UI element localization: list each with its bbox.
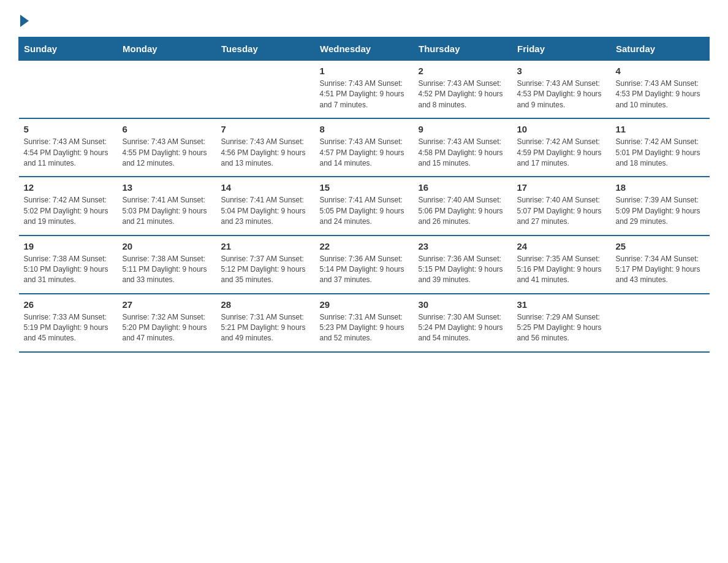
day-number: 21 [221,241,310,251]
day-info: Sunrise: 7:42 AM Sunset: 5:02 PM Dayligh… [24,195,113,227]
day-number: 12 [24,182,113,193]
calendar-cell [611,294,710,352]
day-number: 3 [517,66,606,76]
calendar-cell: 11Sunrise: 7:42 AM Sunset: 5:01 PM Dayli… [611,118,710,177]
calendar-week-row: 26Sunrise: 7:33 AM Sunset: 5:19 PM Dayli… [19,294,710,352]
page-header [18,12,710,25]
day-info: Sunrise: 7:43 AM Sunset: 4:54 PM Dayligh… [24,137,113,169]
weekday-header-friday: Friday [512,37,611,61]
day-info: Sunrise: 7:43 AM Sunset: 4:57 PM Dayligh… [320,137,409,169]
day-info: Sunrise: 7:43 AM Sunset: 4:52 PM Dayligh… [419,79,507,110]
calendar-cell: 19Sunrise: 7:38 AM Sunset: 5:10 PM Dayli… [19,236,118,294]
calendar-cell: 24Sunrise: 7:35 AM Sunset: 5:16 PM Dayli… [512,236,611,294]
day-number: 26 [24,299,113,310]
day-number: 1 [320,66,409,76]
calendar-week-row: 19Sunrise: 7:38 AM Sunset: 5:10 PM Dayli… [19,236,710,294]
day-info: Sunrise: 7:43 AM Sunset: 4:56 PM Dayligh… [221,137,310,169]
calendar-header: SundayMondayTuesdayWednesdayThursdayFrid… [19,37,710,61]
calendar-cell: 1Sunrise: 7:43 AM Sunset: 4:51 PM Daylig… [315,61,414,119]
day-number: 19 [24,241,113,251]
calendar-cell: 29Sunrise: 7:31 AM Sunset: 5:23 PM Dayli… [315,294,414,352]
day-info: Sunrise: 7:31 AM Sunset: 5:21 PM Dayligh… [221,312,310,344]
day-number: 16 [419,182,507,193]
day-number: 31 [517,299,606,310]
calendar-cell: 15Sunrise: 7:41 AM Sunset: 5:05 PM Dayli… [315,177,414,235]
day-number: 27 [123,299,211,310]
calendar-cell: 12Sunrise: 7:42 AM Sunset: 5:02 PM Dayli… [19,177,118,235]
day-info: Sunrise: 7:40 AM Sunset: 5:06 PM Dayligh… [419,195,507,227]
calendar-cell: 28Sunrise: 7:31 AM Sunset: 5:21 PM Dayli… [216,294,315,352]
day-info: Sunrise: 7:37 AM Sunset: 5:12 PM Dayligh… [221,254,310,286]
calendar-week-row: 12Sunrise: 7:42 AM Sunset: 5:02 PM Dayli… [19,177,710,235]
day-number: 7 [221,124,310,134]
day-number: 13 [123,182,211,193]
day-number: 18 [616,182,705,193]
calendar-cell: 17Sunrise: 7:40 AM Sunset: 5:07 PM Dayli… [512,177,611,235]
weekday-header-row: SundayMondayTuesdayWednesdayThursdayFrid… [19,37,710,61]
day-info: Sunrise: 7:33 AM Sunset: 5:19 PM Dayligh… [24,312,113,344]
calendar-cell: 14Sunrise: 7:41 AM Sunset: 5:04 PM Dayli… [216,177,315,235]
calendar-cell: 25Sunrise: 7:34 AM Sunset: 5:17 PM Dayli… [611,236,710,294]
calendar-cell [19,61,118,119]
calendar-cell [118,61,216,119]
calendar-cell: 31Sunrise: 7:29 AM Sunset: 5:25 PM Dayli… [512,294,611,352]
calendar-body: 1Sunrise: 7:43 AM Sunset: 4:51 PM Daylig… [19,61,710,352]
day-number: 17 [517,182,606,193]
calendar-cell: 7Sunrise: 7:43 AM Sunset: 4:56 PM Daylig… [216,118,315,177]
day-info: Sunrise: 7:36 AM Sunset: 5:15 PM Dayligh… [419,254,507,286]
day-number: 23 [419,241,507,251]
day-info: Sunrise: 7:30 AM Sunset: 5:24 PM Dayligh… [419,312,507,344]
day-info: Sunrise: 7:39 AM Sunset: 5:09 PM Dayligh… [616,195,705,227]
day-info: Sunrise: 7:43 AM Sunset: 4:58 PM Dayligh… [419,137,507,169]
weekday-header-tuesday: Tuesday [216,37,315,61]
calendar-cell: 18Sunrise: 7:39 AM Sunset: 5:09 PM Dayli… [611,177,710,235]
day-number: 10 [517,124,606,134]
calendar-cell: 6Sunrise: 7:43 AM Sunset: 4:55 PM Daylig… [118,118,216,177]
calendar-cell: 30Sunrise: 7:30 AM Sunset: 5:24 PM Dayli… [414,294,512,352]
calendar-cell: 27Sunrise: 7:32 AM Sunset: 5:20 PM Dayli… [118,294,216,352]
weekday-header-thursday: Thursday [414,37,512,61]
weekday-header-sunday: Sunday [19,37,118,61]
day-info: Sunrise: 7:35 AM Sunset: 5:16 PM Dayligh… [517,254,606,286]
day-info: Sunrise: 7:41 AM Sunset: 5:05 PM Dayligh… [320,195,409,227]
weekday-header-saturday: Saturday [611,37,710,61]
calendar-cell: 21Sunrise: 7:37 AM Sunset: 5:12 PM Dayli… [216,236,315,294]
day-info: Sunrise: 7:42 AM Sunset: 5:01 PM Dayligh… [616,137,705,169]
calendar-cell: 13Sunrise: 7:41 AM Sunset: 5:03 PM Dayli… [118,177,216,235]
day-number: 25 [616,241,705,251]
calendar-cell: 10Sunrise: 7:42 AM Sunset: 4:59 PM Dayli… [512,118,611,177]
day-number: 24 [517,241,606,251]
calendar-cell: 26Sunrise: 7:33 AM Sunset: 5:19 PM Dayli… [19,294,118,352]
day-info: Sunrise: 7:43 AM Sunset: 4:55 PM Dayligh… [123,137,211,169]
logo [18,12,29,25]
day-number: 30 [419,299,507,310]
day-info: Sunrise: 7:42 AM Sunset: 4:59 PM Dayligh… [517,137,606,169]
calendar-cell: 9Sunrise: 7:43 AM Sunset: 4:58 PM Daylig… [414,118,512,177]
day-number: 4 [616,66,705,76]
day-number: 5 [24,124,113,134]
calendar-cell: 5Sunrise: 7:43 AM Sunset: 4:54 PM Daylig… [19,118,118,177]
day-number: 20 [123,241,211,251]
day-info: Sunrise: 7:43 AM Sunset: 4:53 PM Dayligh… [517,79,606,110]
day-number: 6 [123,124,211,134]
calendar-cell: 8Sunrise: 7:43 AM Sunset: 4:57 PM Daylig… [315,118,414,177]
calendar-table: SundayMondayTuesdayWednesdayThursdayFrid… [18,37,710,353]
calendar-cell: 16Sunrise: 7:40 AM Sunset: 5:06 PM Dayli… [414,177,512,235]
day-number: 14 [221,182,310,193]
day-number: 28 [221,299,310,310]
calendar-cell: 22Sunrise: 7:36 AM Sunset: 5:14 PM Dayli… [315,236,414,294]
weekday-header-wednesday: Wednesday [315,37,414,61]
day-info: Sunrise: 7:38 AM Sunset: 5:11 PM Dayligh… [123,254,211,286]
day-number: 29 [320,299,409,310]
day-info: Sunrise: 7:29 AM Sunset: 5:25 PM Dayligh… [517,312,606,344]
calendar-cell: 2Sunrise: 7:43 AM Sunset: 4:52 PM Daylig… [414,61,512,119]
day-info: Sunrise: 7:40 AM Sunset: 5:07 PM Dayligh… [517,195,606,227]
logo-arrow-icon [20,15,29,27]
calendar-week-row: 1Sunrise: 7:43 AM Sunset: 4:51 PM Daylig… [19,61,710,119]
calendar-week-row: 5Sunrise: 7:43 AM Sunset: 4:54 PM Daylig… [19,118,710,177]
calendar-cell: 23Sunrise: 7:36 AM Sunset: 5:15 PM Dayli… [414,236,512,294]
day-number: 22 [320,241,409,251]
day-info: Sunrise: 7:34 AM Sunset: 5:17 PM Dayligh… [616,254,705,286]
day-info: Sunrise: 7:41 AM Sunset: 5:03 PM Dayligh… [123,195,211,227]
day-number: 9 [419,124,507,134]
